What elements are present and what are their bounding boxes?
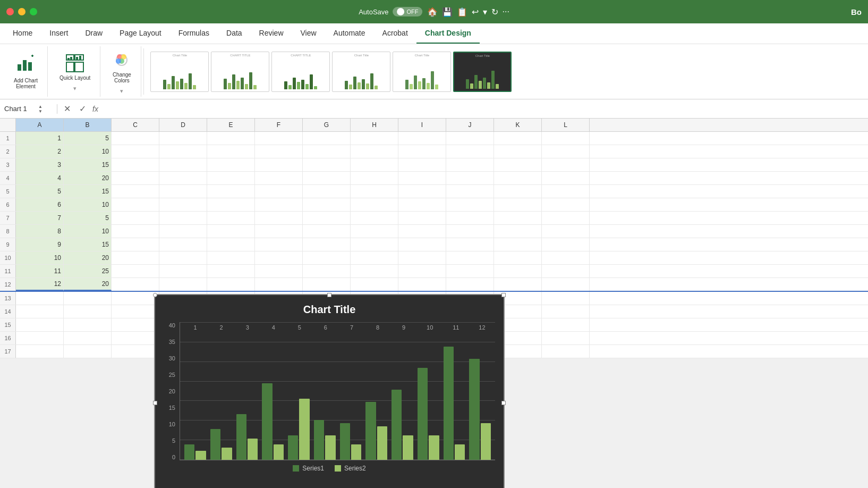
col-header-c[interactable]: C (112, 119, 159, 131)
cell-d10[interactable] (159, 251, 207, 264)
autosave-toggle[interactable]: OFF (393, 7, 423, 16)
cell-d11[interactable] (159, 265, 207, 277)
cell-b1[interactable]: 5 (64, 132, 112, 145)
cell-a10[interactable]: 10 (16, 251, 64, 264)
tab-home[interactable]: Home (4, 23, 41, 44)
cell-b11[interactable]: 25 (64, 265, 112, 277)
resize-handle-tm[interactable] (327, 293, 331, 297)
cell-l8[interactable] (542, 225, 590, 238)
cell-k10[interactable] (494, 251, 542, 264)
cell-f8[interactable] (255, 225, 303, 238)
cell-i9[interactable] (398, 238, 446, 251)
cell-e1[interactable] (207, 132, 255, 145)
cell-e2[interactable] (207, 145, 255, 158)
tab-automate[interactable]: Automate (325, 23, 374, 44)
cell-h5[interactable] (351, 185, 398, 198)
cell-b8[interactable]: 10 (64, 225, 112, 238)
cell-j7[interactable] (446, 212, 494, 224)
cell-h11[interactable] (351, 265, 398, 277)
cell-g10[interactable] (303, 251, 351, 264)
row-header[interactable]: 8 (0, 225, 16, 238)
cell-h6[interactable] (351, 198, 398, 211)
cell-c3[interactable] (112, 158, 159, 171)
row-header[interactable]: 14 (0, 305, 16, 318)
row-header[interactable]: 10 (0, 251, 16, 264)
cell-k3[interactable] (494, 158, 542, 171)
cell-g7[interactable] (303, 212, 351, 224)
cell-h12[interactable] (351, 278, 398, 291)
cell-k12[interactable] (494, 278, 542, 291)
cell-j9[interactable] (446, 238, 494, 251)
cell-b4[interactable]: 20 (64, 172, 112, 184)
cell-b2[interactable]: 10 (64, 145, 112, 158)
save-copy-icon[interactable]: 📋 (457, 7, 467, 17)
cell-c6[interactable] (112, 198, 159, 211)
cell-j2[interactable] (446, 145, 494, 158)
cell-e8[interactable] (207, 225, 255, 238)
chart-style-2[interactable]: CHART TITLE (211, 52, 269, 92)
cell-c2[interactable] (112, 145, 159, 158)
cell-f12[interactable] (255, 278, 303, 291)
cell-a17[interactable] (16, 345, 64, 358)
cell-c8[interactable] (112, 225, 159, 238)
col-header-i[interactable]: I (398, 119, 446, 131)
cell-l14[interactable] (542, 305, 590, 318)
cell-i8[interactable] (398, 225, 446, 238)
cell-d4[interactable] (159, 172, 207, 184)
cell-b7[interactable]: 5 (64, 212, 112, 224)
cell-c9[interactable] (112, 238, 159, 251)
cell-e12[interactable] (207, 278, 255, 291)
cell-g2[interactable] (303, 145, 351, 158)
row-header[interactable]: 13 (0, 292, 16, 305)
cell-d2[interactable] (159, 145, 207, 158)
resize-handle-ml[interactable] (153, 401, 157, 405)
cell-k4[interactable] (494, 172, 542, 184)
cell-h9[interactable] (351, 238, 398, 251)
cell-g12[interactable] (303, 278, 351, 291)
undo-icon[interactable]: ↩ (472, 7, 479, 17)
cell-f4[interactable] (255, 172, 303, 184)
cell-f11[interactable] (255, 265, 303, 277)
cell-a15[interactable] (16, 318, 64, 331)
cell-b17[interactable] (64, 345, 112, 358)
cell-ref-input[interactable] (4, 105, 36, 113)
cell-i4[interactable] (398, 172, 446, 184)
fullscreen-button[interactable] (30, 8, 37, 15)
cell-a11[interactable]: 11 (16, 265, 64, 277)
cell-d3[interactable] (159, 158, 207, 171)
cell-a2[interactable]: 2 (16, 145, 64, 158)
cell-a6[interactable]: 6 (16, 198, 64, 211)
cell-g3[interactable] (303, 158, 351, 171)
chart-style-4[interactable]: Chart Title (332, 52, 390, 92)
more-icon[interactable]: ··· (503, 7, 509, 16)
cell-h7[interactable] (351, 212, 398, 224)
cell-b12[interactable]: 20 (64, 278, 112, 291)
col-header-a[interactable]: A (16, 119, 64, 131)
cell-l1[interactable] (542, 132, 590, 145)
cell-k6[interactable] (494, 198, 542, 211)
cell-j1[interactable] (446, 132, 494, 145)
cell-d7[interactable] (159, 212, 207, 224)
cell-f7[interactable] (255, 212, 303, 224)
cell-l7[interactable] (542, 212, 590, 224)
tab-acrobat[interactable]: Acrobat (374, 23, 416, 44)
col-header-e[interactable]: E (207, 119, 255, 131)
cell-c11[interactable] (112, 265, 159, 277)
cell-b9[interactable]: 15 (64, 238, 112, 251)
cancel-formula[interactable]: ✕ (62, 103, 73, 115)
cell-arrows[interactable]: ▲ ▼ (38, 104, 42, 114)
cell-d5[interactable] (159, 185, 207, 198)
cell-f3[interactable] (255, 158, 303, 171)
cell-k7[interactable] (494, 212, 542, 224)
cell-j10[interactable] (446, 251, 494, 264)
cell-c17[interactable] (112, 345, 159, 358)
cell-i3[interactable] (398, 158, 446, 171)
cell-f10[interactable] (255, 251, 303, 264)
col-header-h[interactable]: H (351, 119, 398, 131)
cell-i10[interactable] (398, 251, 446, 264)
cell-k11[interactable] (494, 265, 542, 277)
cell-h8[interactable] (351, 225, 398, 238)
cell-h3[interactable] (351, 158, 398, 171)
cell-j12[interactable] (446, 278, 494, 291)
cell-b14[interactable] (64, 305, 112, 318)
